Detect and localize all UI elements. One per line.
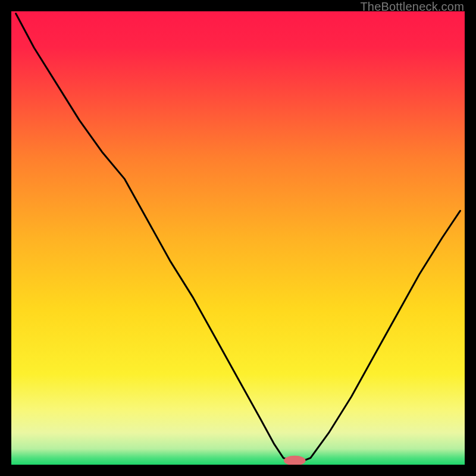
chart-svg — [11, 11, 465, 465]
chart-background — [11, 11, 465, 465]
chart-frame — [11, 11, 465, 465]
watermark-text: TheBottleneck.com — [360, 0, 464, 14]
